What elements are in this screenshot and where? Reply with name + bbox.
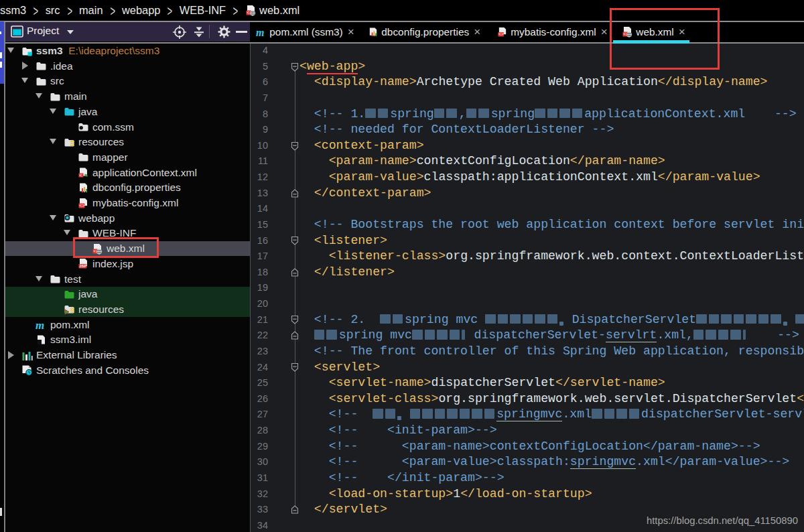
svg-text:m: m xyxy=(256,27,264,38)
svg-text:<: < xyxy=(79,174,82,178)
svg-text:<>: <> xyxy=(498,32,504,37)
svg-text:JSP: JSP xyxy=(79,265,86,269)
svg-text:m: m xyxy=(36,319,44,330)
svg-text:<: < xyxy=(247,10,249,15)
svg-text:<>: <> xyxy=(79,203,84,208)
